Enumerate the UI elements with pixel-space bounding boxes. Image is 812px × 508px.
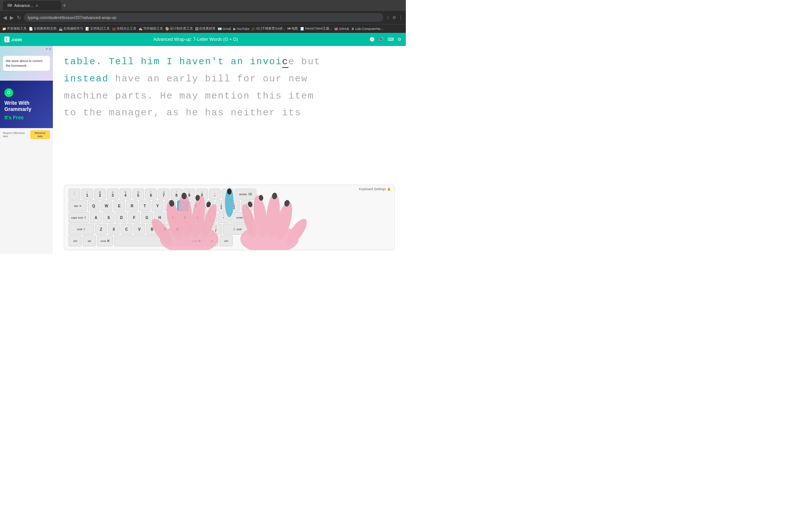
key-t[interactable]: T xyxy=(139,200,151,211)
key-8[interactable]: *8 xyxy=(171,189,182,200)
grammarly-free-label: It's Free xyxy=(4,115,24,120)
key-enter[interactable]: enter ↵ xyxy=(230,212,252,223)
bookmark-item[interactable]: 💼 在线办公工具 xyxy=(112,26,136,31)
key-m[interactable]: M xyxy=(172,224,183,235)
key-backtick[interactable]: ~` xyxy=(69,189,80,200)
key-4[interactable]: $4 xyxy=(120,189,131,200)
key-p[interactable]: P xyxy=(203,200,214,211)
sound-icon[interactable]: 🔊 xyxy=(378,37,384,42)
forward-button[interactable]: ▶ xyxy=(10,15,14,20)
remove-ads-button[interactable]: Remove Ads xyxy=(30,130,50,139)
key-quote[interactable]: "' xyxy=(218,212,229,223)
key-cmd-right[interactable]: cmd ⌘ xyxy=(188,235,204,246)
menu-icon[interactable]: ⋮ xyxy=(399,15,403,20)
key-shift-left[interactable]: shift ⇧ xyxy=(69,224,94,235)
bookmark-item[interactable]: 📧 Gmail xyxy=(218,27,231,31)
key-y[interactable]: Y xyxy=(152,200,163,211)
key-cmd-left[interactable]: cmd ⌘ xyxy=(97,235,113,246)
key-u[interactable]: U xyxy=(164,200,176,211)
settings-icon[interactable]: ⚙ xyxy=(397,37,401,42)
key-9[interactable]: (9 xyxy=(183,189,195,200)
qwerty-row: tab ⇥ Q W E R T Y U I O P {[ }] |\ xyxy=(69,200,390,211)
key-equals[interactable]: += xyxy=(222,189,233,200)
key-backslash[interactable]: |\ xyxy=(241,200,253,211)
key-o[interactable]: O xyxy=(190,200,202,211)
bookmark-item[interactable]: 🖼 在线素材库 xyxy=(195,26,215,31)
key-k[interactable]: K xyxy=(179,212,191,223)
bookmark-item[interactable]: ▶ YouTube xyxy=(233,27,249,31)
ad-close-button[interactable]: ✕ ⊡ xyxy=(46,47,51,51)
key-g[interactable]: G xyxy=(141,212,153,223)
new-tab-button[interactable]: + xyxy=(63,2,66,9)
key-slash[interactable]: ?/ xyxy=(210,224,222,235)
typing-logo[interactable]: t .com xyxy=(4,36,22,42)
bookmark-item[interactable]: 📁 开发辅助工具 xyxy=(2,26,27,31)
bookmark-star-icon[interactable]: ☆ xyxy=(386,15,390,20)
key-shift-right[interactable]: ⇧ shift xyxy=(223,224,252,235)
bookmark-item[interactable]: 📃 HexoのNext主题... xyxy=(300,26,332,31)
extensions-icon[interactable]: ⚙ xyxy=(392,15,396,20)
key-j[interactable]: J xyxy=(167,212,178,223)
key-5[interactable]: %5 xyxy=(132,189,144,200)
grammarly-ad[interactable]: G Write With Grammarly It's Free xyxy=(0,81,53,128)
key-alt-left[interactable]: alt xyxy=(83,235,96,246)
tab-favicon: ⌨ xyxy=(7,4,12,7)
key-6[interactable]: ^6 xyxy=(145,189,157,200)
key-e[interactable]: E xyxy=(113,200,125,211)
keyboard-icon[interactable]: ⌨ xyxy=(388,37,394,42)
bookmark-item[interactable]: 📄 在线教程和文档 xyxy=(29,26,57,31)
key-bracket-right[interactable]: }] xyxy=(228,200,240,211)
key-v[interactable]: V xyxy=(133,224,145,235)
key-3[interactable]: #3 xyxy=(107,189,119,200)
key-i[interactable]: I xyxy=(177,200,189,211)
home-row: caps lock ⇪ A S D F G H J K L :; "' ente… xyxy=(69,212,390,223)
key-comma[interactable]: <, xyxy=(184,224,196,235)
key-minus[interactable]: _- xyxy=(209,189,221,200)
key-c[interactable]: C xyxy=(121,224,132,235)
key-z[interactable]: Z xyxy=(95,224,107,235)
key-b[interactable]: B xyxy=(146,224,158,235)
url-input[interactable] xyxy=(24,13,383,22)
key-7[interactable]: &7 xyxy=(158,189,170,200)
key-f[interactable]: F xyxy=(128,212,140,223)
key-s[interactable]: S xyxy=(103,212,114,223)
key-0[interactable]: )0 xyxy=(196,189,208,200)
bookmark-item[interactable]: ✍ 写作辅助工具 xyxy=(139,26,163,31)
key-x[interactable]: X xyxy=(108,224,120,235)
key-a[interactable]: A xyxy=(90,212,102,223)
bookmark-item[interactable]: 🎓 02 [千锋教育Go讲... xyxy=(252,26,285,31)
key-backspace[interactable]: delete ⌫ xyxy=(234,189,256,200)
key-1[interactable]: !1 xyxy=(81,189,93,200)
back-button[interactable]: ◀ xyxy=(3,15,7,20)
keyboard-settings-button[interactable]: Keyboard Settings ⚠️ xyxy=(359,187,391,191)
key-caps-lock[interactable]: caps lock ⇪ xyxy=(69,212,89,223)
key-tab[interactable]: tab ⇥ xyxy=(69,200,87,211)
key-semicolon[interactable]: :; xyxy=(205,212,217,223)
bookmark-item[interactable]: 🎨 设计制作类工具 xyxy=(165,26,193,31)
active-tab[interactable]: ⌨ Advance... ✕ xyxy=(3,1,61,10)
key-ctrl-right[interactable]: ctrl xyxy=(219,235,233,246)
bookmark-item[interactable]: 💻 在线编程学习 xyxy=(59,26,83,31)
key-alt-right[interactable]: alt xyxy=(205,235,218,246)
key-w[interactable]: W xyxy=(101,200,112,211)
history-icon[interactable]: 🕐 xyxy=(369,37,375,42)
key-r[interactable]: R xyxy=(126,200,138,211)
key-bracket-left[interactable]: {[ xyxy=(215,200,227,211)
key-n[interactable]: N xyxy=(159,224,171,235)
key-2[interactable]: @2 xyxy=(94,189,106,200)
key-d[interactable]: D xyxy=(116,212,127,223)
keyboard-settings-label: Keyboard Settings xyxy=(359,187,386,191)
report-ads-link[interactable]: Report Offensive Ads xyxy=(3,131,29,138)
reload-button[interactable]: ↻ xyxy=(17,15,21,20)
key-space[interactable] xyxy=(114,235,187,246)
bookmark-item[interactable]: 🐙 GitHub xyxy=(334,27,349,31)
key-h[interactable]: H xyxy=(154,212,166,223)
bookmark-item[interactable]: 📝 文档笔记工具 xyxy=(85,26,110,31)
bookmark-item[interactable]: 🗺 地图 xyxy=(287,26,298,31)
key-ctrl-left[interactable]: ctrl xyxy=(69,235,82,246)
key-l[interactable]: L xyxy=(192,212,204,223)
bookmark-item[interactable]: 🖥 Lab-ComputerNe... xyxy=(351,27,383,31)
key-q[interactable]: Q xyxy=(88,200,100,211)
key-period[interactable]: >. xyxy=(197,224,209,235)
tab-close-button[interactable]: ✕ xyxy=(35,4,38,8)
